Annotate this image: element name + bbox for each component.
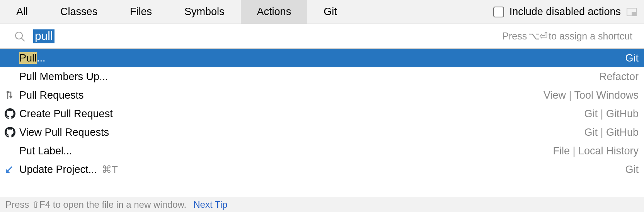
result-label: Update Project... bbox=[19, 164, 97, 176]
result-row[interactable]: Put Label... File | Local History bbox=[0, 142, 644, 160]
tab-files[interactable]: Files bbox=[114, 0, 168, 24]
assign-shortcut-hint: Press ⌥⏎ to assign a shortcut bbox=[502, 30, 632, 42]
svg-line-8 bbox=[7, 167, 12, 172]
tab-git[interactable]: Git bbox=[307, 0, 353, 24]
hint-glyph: ⌥⏎ bbox=[528, 30, 547, 42]
result-row[interactable]: Pull Requests View | Tool Windows bbox=[0, 86, 644, 104]
hint-prefix: Press bbox=[502, 31, 527, 42]
tab-classes[interactable]: Classes bbox=[44, 0, 114, 24]
footer-tip: Press ⇧F4 to open the file in a new wind… bbox=[0, 197, 644, 212]
github-icon bbox=[5, 127, 19, 138]
results-list: Pull... Git Pull Members Up... Refactor … bbox=[0, 49, 644, 179]
result-label: Create Pull Request bbox=[19, 108, 113, 120]
result-category: File | Local History bbox=[553, 145, 639, 157]
tab-all[interactable]: All bbox=[0, 0, 44, 24]
tabs-row: All Classes Files Symbols Actions Git In… bbox=[0, 0, 644, 24]
pin-window-icon[interactable] bbox=[626, 7, 637, 17]
tab-symbols[interactable]: Symbols bbox=[168, 0, 241, 24]
search-input[interactable]: pull bbox=[33, 29, 55, 43]
result-category: Git | GitHub bbox=[584, 108, 639, 120]
svg-marker-6 bbox=[9, 96, 12, 99]
tip-glyph: ⇧F4 bbox=[32, 199, 50, 210]
result-category: Git | GitHub bbox=[584, 127, 639, 138]
result-row[interactable]: Pull Members Up... Refactor bbox=[0, 67, 644, 86]
result-shortcut: ⌘T bbox=[102, 164, 118, 176]
include-disabled-label: Include disabled actions bbox=[509, 6, 621, 18]
result-row[interactable]: View Pull Requests Git | GitHub bbox=[0, 123, 644, 142]
result-row[interactable]: Update Project... ⌘T Git bbox=[0, 160, 644, 179]
search-icon bbox=[14, 31, 26, 42]
result-label: Pull Requests bbox=[19, 89, 84, 101]
match-highlight: Pull bbox=[19, 52, 37, 64]
search-row: pull Press ⌥⏎ to assign a shortcut bbox=[0, 24, 644, 49]
result-label: Pull Members Up... bbox=[19, 71, 108, 83]
result-label: Put Label... bbox=[19, 145, 72, 157]
update-project-icon bbox=[5, 165, 19, 174]
result-row[interactable]: Pull... Git bbox=[0, 49, 644, 67]
hint-suffix: to assign a shortcut bbox=[549, 31, 632, 42]
result-row[interactable]: Create Pull Request Git | GitHub bbox=[0, 104, 644, 123]
svg-rect-1 bbox=[632, 12, 636, 16]
next-tip-link[interactable]: Next Tip bbox=[193, 199, 227, 210]
result-category: View | Tool Windows bbox=[543, 89, 639, 101]
github-icon bbox=[5, 108, 19, 119]
tip-text: Press ⇧F4 to open the file in a new wind… bbox=[5, 199, 186, 210]
result-label: View Pull Requests bbox=[19, 127, 109, 138]
tab-actions[interactable]: Actions bbox=[241, 0, 308, 24]
svg-line-3 bbox=[22, 38, 24, 41]
include-disabled-checkbox[interactable] bbox=[493, 7, 504, 17]
result-category: Refactor bbox=[599, 71, 639, 83]
result-category: Git bbox=[625, 52, 639, 64]
result-label: Pull... bbox=[19, 52, 46, 64]
result-category: Git bbox=[625, 164, 639, 176]
pull-requests-icon bbox=[5, 90, 19, 100]
